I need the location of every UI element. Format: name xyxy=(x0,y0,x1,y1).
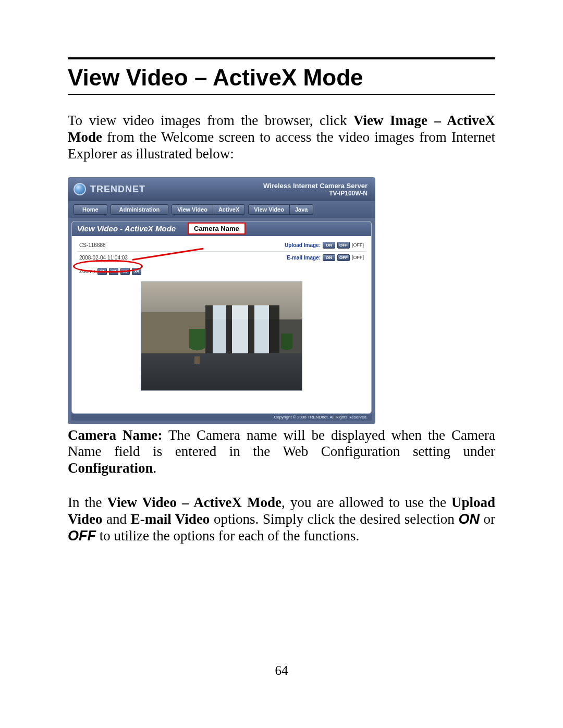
text: from the Welcome screen to access the vi… xyxy=(68,129,495,162)
brand: TRENDNET xyxy=(74,183,145,195)
zoom-x2-button[interactable]: x2 xyxy=(109,268,118,275)
nav-view-java-b: Java xyxy=(289,205,313,214)
video-frame xyxy=(141,281,302,391)
text-bold-italic: OFF xyxy=(68,528,96,544)
brand-text: TRENDNET xyxy=(90,184,145,195)
content-panel: View Video - ActiveX Mode Camera Name CS… xyxy=(71,221,372,414)
text: to utilize the options for each of the f… xyxy=(96,528,359,544)
zoom-x1-button[interactable]: x1 xyxy=(97,268,107,275)
nav-home[interactable]: Home xyxy=(74,204,107,215)
email-off-button[interactable]: OFF xyxy=(337,254,350,261)
zoom-x3-button[interactable]: x3 xyxy=(120,268,130,275)
email-image-group: E-mail Image: ON OFF [OFF] xyxy=(287,254,364,261)
text: To view video images from the browser, c… xyxy=(68,113,353,128)
text: options. Simply click the desired select… xyxy=(210,511,458,527)
nav-admin[interactable]: Administration xyxy=(111,204,169,215)
header-right: Wireless Internet Camera Server TV-IP100… xyxy=(263,182,368,197)
app-header: TRENDNET Wireless Internet Camera Server… xyxy=(68,178,375,201)
brand-logo-icon xyxy=(74,183,86,195)
text: . xyxy=(153,460,157,476)
text-bold: View Video – ActiveX Mode xyxy=(107,495,282,510)
zoom-row: Zoom : x1 x2 x3 x4 xyxy=(77,264,366,278)
text-bold-italic: ON xyxy=(458,511,480,527)
options-paragraph: In the View Video – ActiveX Mode, you ar… xyxy=(68,495,495,545)
video-bg-plant xyxy=(281,334,292,355)
video-bg-doors xyxy=(205,305,279,355)
email-image-label: E-mail Image: xyxy=(287,255,321,261)
upload-state: [OFF] xyxy=(352,242,364,248)
zoom-label: Zoom : xyxy=(79,268,95,274)
nav-view-activex[interactable]: View Video ActiveX xyxy=(172,204,245,215)
upload-off-button[interactable]: OFF xyxy=(337,242,350,249)
camera-name-paragraph: Camera Name: The Camera name will be dis… xyxy=(68,427,495,477)
nav-view-activex-b: ActiveX xyxy=(213,205,244,214)
email-state: [OFF] xyxy=(352,255,364,260)
product-line: Wireless Internet Camera Server xyxy=(263,182,368,190)
camera-name-value: CS-116688 xyxy=(79,242,163,248)
zoom-x4-button[interactable]: x4 xyxy=(132,268,141,275)
text: or xyxy=(480,511,495,527)
text-bold: Camera Name: xyxy=(68,427,162,443)
upload-on-button[interactable]: ON xyxy=(323,242,335,249)
text: In the xyxy=(68,495,107,510)
video-bg-plant xyxy=(189,329,205,357)
rule-bottom xyxy=(68,94,495,95)
page-title: View Video – ActiveX Mode xyxy=(68,65,495,91)
callout-camera-name: Camera Name xyxy=(188,223,246,235)
nav-view-java[interactable]: View Video Java xyxy=(248,204,313,215)
intro-paragraph: To view video images from the browser, c… xyxy=(68,113,495,163)
nav-bar: Home Administration View Video ActiveX V… xyxy=(68,201,375,218)
video-bg-floor xyxy=(141,353,302,390)
upload-image-label: Upload Image: xyxy=(285,242,321,248)
page-number: 64 xyxy=(0,663,563,678)
copyright-bar: Copyright © 2006 TRENDnet. All Rights Re… xyxy=(71,414,372,421)
upload-image-group: Upload Image: ON OFF [OFF] xyxy=(285,242,364,249)
rule-top xyxy=(68,57,495,59)
panel-title-text: View Video - ActiveX Mode xyxy=(77,224,176,233)
nav-view-activex-a: View Video xyxy=(172,205,213,214)
text: , you are allowed to use the xyxy=(282,495,451,510)
panel-title: View Video - ActiveX Mode Camera Name xyxy=(72,221,371,236)
screenshot-panel: TRENDNET Wireless Internet Camera Server… xyxy=(68,177,375,424)
timestamp-value: 2008-02-04 11:04:03 xyxy=(79,255,163,261)
text-bold: E-mail Video xyxy=(131,511,210,527)
email-on-button[interactable]: ON xyxy=(323,254,335,261)
model-line: TV-IP100W-N xyxy=(263,190,368,197)
text: and xyxy=(103,511,131,527)
nav-view-java-a: View Video xyxy=(249,205,289,214)
text-bold: Configuration xyxy=(68,460,153,476)
